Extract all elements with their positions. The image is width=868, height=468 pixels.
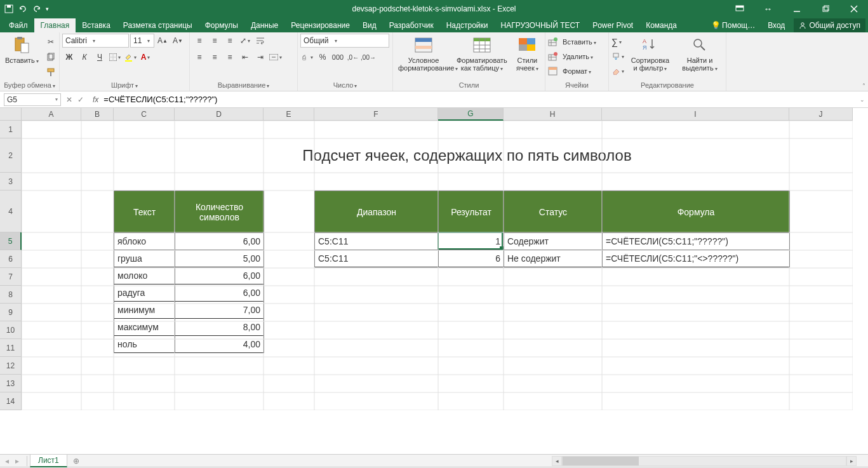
- merge-icon[interactable]: [269, 50, 283, 64]
- close-button[interactable]: [839, 0, 868, 18]
- font-size-dropdown[interactable]: 11▾: [130, 34, 154, 48]
- worksheet-grid[interactable]: ABCDEFGHIJ 1234567891011121314 Подсчет я…: [0, 108, 868, 454]
- borders-icon[interactable]: [108, 50, 122, 64]
- table1-cell[interactable]: 6,00: [175, 267, 264, 284]
- hscroll-right-icon[interactable]: ▸: [846, 456, 857, 466]
- italic-button[interactable]: К: [77, 50, 91, 64]
- find-select-button[interactable]: Найти и выделить: [676, 34, 723, 74]
- row-header-6[interactable]: 6: [0, 250, 22, 268]
- col-header-G[interactable]: G: [438, 108, 504, 121]
- table1-cell[interactable]: 7,00: [175, 302, 264, 319]
- table2-cell[interactable]: C5:C11: [315, 250, 439, 267]
- tab-команда[interactable]: Команда: [639, 18, 683, 32]
- hscroll-left-icon[interactable]: ◂: [552, 456, 562, 466]
- table1-cell[interactable]: груша: [114, 250, 175, 267]
- fill-button[interactable]: ▾: [611, 50, 624, 64]
- comma-icon[interactable]: 000: [331, 50, 345, 64]
- table1-cell[interactable]: 4,00: [175, 336, 264, 353]
- tab-надстройки[interactable]: Надстройки: [440, 18, 495, 32]
- table2-cell[interactable]: 6: [439, 250, 504, 267]
- cancel-formula-icon[interactable]: ✕: [66, 95, 72, 104]
- currency-icon[interactable]: ⎙: [300, 50, 314, 64]
- row-header-2[interactable]: 2: [0, 138, 22, 173]
- tab-данные[interactable]: Данные: [244, 18, 284, 32]
- sort-filter-button[interactable]: AЯ Сортировка и фильтр: [627, 34, 674, 74]
- increase-font-icon[interactable]: A▲: [156, 34, 170, 48]
- row-header-9[interactable]: 9: [0, 304, 22, 321]
- table1-cell[interactable]: ноль: [114, 336, 175, 353]
- table1-cell[interactable]: 8,00: [175, 319, 264, 336]
- row-header-8[interactable]: 8: [0, 286, 22, 304]
- delete-cells-button[interactable]: Удалить: [548, 50, 596, 64]
- ribbon-display-icon[interactable]: [725, 0, 754, 18]
- row-header-4[interactable]: 4: [0, 191, 22, 232]
- row-header-12[interactable]: 12: [0, 357, 22, 375]
- col-header-D[interactable]: D: [175, 108, 264, 121]
- col-header-I[interactable]: I: [602, 108, 789, 121]
- table2-cell[interactable]: Содержит: [504, 233, 603, 250]
- sheet-nav-first-icon[interactable]: ◂: [3, 457, 11, 465]
- tab-разработчик[interactable]: Разработчик: [383, 18, 440, 32]
- tell-me[interactable]: 💡Помощ…: [707, 18, 759, 32]
- table2-cell[interactable]: 1: [439, 233, 504, 250]
- format-painter-icon[interactable]: [44, 65, 58, 79]
- row-header-1[interactable]: 1: [0, 121, 22, 138]
- col-header-E[interactable]: E: [264, 108, 314, 121]
- cell-styles-button[interactable]: Стили ячеек: [512, 34, 542, 74]
- wrap-text-icon[interactable]: [253, 34, 267, 48]
- confirm-formula-icon[interactable]: ✓: [77, 95, 84, 104]
- table2-cell[interactable]: =СЧЁТЕСЛИ(C5:C11;"?????"): [603, 233, 790, 250]
- tab-file[interactable]: Файл: [3, 18, 34, 32]
- col-header-H[interactable]: H: [504, 108, 602, 121]
- row-header-3[interactable]: 3: [0, 173, 22, 191]
- orientation-icon[interactable]: ⤢: [238, 34, 252, 48]
- percent-icon[interactable]: %: [316, 50, 330, 64]
- row-header-13[interactable]: 13: [0, 375, 22, 392]
- formula-input[interactable]: [103, 93, 857, 106]
- font-color-icon[interactable]: A: [138, 50, 152, 64]
- increase-indent-icon[interactable]: ⇥: [253, 50, 267, 64]
- tab-power-pivot[interactable]: Power Pivot: [586, 18, 639, 32]
- horizontal-scrollbar[interactable]: [562, 456, 846, 466]
- cut-icon[interactable]: ✂: [44, 35, 58, 49]
- clear-button[interactable]: ▾: [611, 64, 624, 78]
- table1-cell[interactable]: максимум: [114, 319, 175, 336]
- table1-cell[interactable]: минимум: [114, 302, 175, 319]
- format-as-table-button[interactable]: Форматировать как таблицу: [454, 34, 510, 74]
- autosum-button[interactable]: ∑▾: [611, 35, 624, 49]
- sheet-tab[interactable]: Лист1: [30, 454, 67, 467]
- underline-button[interactable]: Ч: [93, 50, 107, 64]
- number-format-dropdown[interactable]: Общий▾: [300, 34, 389, 48]
- expand-formula-bar-icon[interactable]: ⌄: [857, 97, 868, 103]
- align-bottom-icon[interactable]: ≡: [223, 34, 237, 48]
- table2-cell[interactable]: C5:C11: [315, 233, 439, 250]
- align-right-icon[interactable]: ≡: [223, 50, 237, 64]
- table1-cell[interactable]: 6,00: [175, 233, 264, 250]
- row-header-10[interactable]: 10: [0, 321, 22, 339]
- undo-icon[interactable]: [18, 4, 28, 14]
- tab-разметка-страницы[interactable]: Разметка страницы: [117, 18, 199, 32]
- minimize-button[interactable]: [782, 0, 811, 18]
- increase-decimal-icon[interactable]: ,0←: [346, 50, 360, 64]
- align-left-icon[interactable]: ≡: [192, 50, 206, 64]
- sheet-nav-prev-icon[interactable]: ▸: [13, 457, 22, 465]
- row-header-14[interactable]: 14: [0, 392, 22, 410]
- new-sheet-button[interactable]: ⊕: [70, 455, 83, 467]
- row-header-11[interactable]: 11: [0, 339, 22, 357]
- decrease-indent-icon[interactable]: ⇤: [238, 50, 252, 64]
- table2-cell[interactable]: =СЧЁТЕСЛИ(C5:C11;"<>?????"): [603, 250, 790, 267]
- table1-cell[interactable]: яблоко: [114, 233, 175, 250]
- tab-формулы[interactable]: Формулы: [199, 18, 244, 32]
- row-header-5[interactable]: 5: [0, 232, 22, 250]
- format-cells-button[interactable]: Формат: [548, 64, 596, 78]
- fx-icon[interactable]: fx: [93, 95, 98, 104]
- save-icon[interactable]: [4, 4, 14, 14]
- share-button[interactable]: Общий доступ: [794, 18, 865, 32]
- tab-вид[interactable]: Вид: [356, 18, 383, 32]
- tab-рецензирование[interactable]: Рецензирование: [284, 18, 356, 32]
- table1-cell[interactable]: радуга: [114, 284, 175, 302]
- table1-cell[interactable]: молоко: [114, 267, 175, 284]
- copy-icon[interactable]: [44, 50, 58, 64]
- restore-button[interactable]: [811, 0, 839, 18]
- select-all-corner[interactable]: [0, 108, 22, 121]
